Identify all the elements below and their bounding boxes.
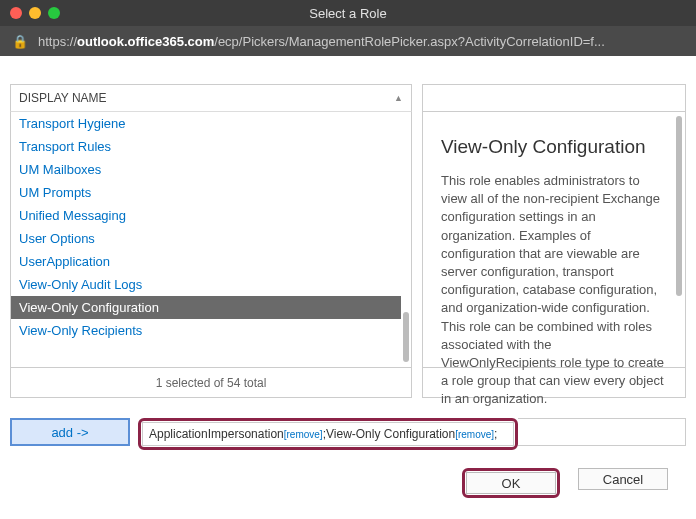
list-scrollbar[interactable] xyxy=(403,112,409,367)
lock-icon: 🔒 xyxy=(12,34,28,49)
selection-count: 1 selected of 54 total xyxy=(10,368,412,398)
detail-panel: View-Only Configuration This role enable… xyxy=(422,112,686,368)
scrollbar-thumb[interactable] xyxy=(676,116,682,296)
detail-body: This role enables administrators to view… xyxy=(441,172,667,408)
selected-role-name: View-Only Configuration xyxy=(326,427,455,441)
list-item[interactable]: View-Only Audit Logs xyxy=(11,273,401,296)
column-header-label: DISPLAY NAME xyxy=(19,91,107,105)
selected-roles-highlight: ApplicationImpersonation[remove]; View-O… xyxy=(138,418,518,450)
add-button[interactable]: add -> xyxy=(10,418,130,446)
list-item[interactable]: Unified Messaging xyxy=(11,204,401,227)
ok-button[interactable]: OK xyxy=(466,472,556,494)
ok-highlight: OK xyxy=(462,468,560,498)
column-header[interactable]: DISPLAY NAME ▲ xyxy=(10,84,412,112)
list-item[interactable]: View-Only Recipients xyxy=(11,319,401,342)
scrollbar-thumb[interactable] xyxy=(403,312,409,362)
list-item[interactable]: User Options xyxy=(11,227,401,250)
cancel-button[interactable]: Cancel xyxy=(578,468,668,490)
url-text: https://outlook.office365.com/ecp/Picker… xyxy=(38,34,605,49)
selected-roles-box[interactable]: ApplicationImpersonation[remove]; View-O… xyxy=(142,422,514,446)
sort-asc-icon: ▲ xyxy=(394,93,403,103)
address-bar: 🔒 https://outlook.office365.com/ecp/Pick… xyxy=(0,26,696,56)
detail-scrollbar[interactable] xyxy=(676,112,682,367)
remove-link[interactable]: [remove] xyxy=(455,429,494,440)
detail-header-blank xyxy=(422,84,686,112)
role-list: TenantPlacesManagementTransport HygieneT… xyxy=(10,112,412,368)
selected-role-name: ApplicationImpersonation xyxy=(149,427,284,441)
list-item[interactable]: UserApplication xyxy=(11,250,401,273)
list-item[interactable]: Transport Hygiene xyxy=(11,112,401,135)
list-item[interactable]: UM Mailboxes xyxy=(11,158,401,181)
list-item[interactable]: Transport Rules xyxy=(11,135,401,158)
window-title: Select a Role xyxy=(0,6,696,21)
list-item[interactable]: UM Prompts xyxy=(11,181,401,204)
selected-roles-box-rest[interactable] xyxy=(518,418,686,446)
remove-link[interactable]: [remove] xyxy=(284,429,323,440)
detail-title: View-Only Configuration xyxy=(441,136,667,158)
list-item[interactable]: View-Only Configuration xyxy=(11,296,401,319)
titlebar: Select a Role xyxy=(0,0,696,26)
